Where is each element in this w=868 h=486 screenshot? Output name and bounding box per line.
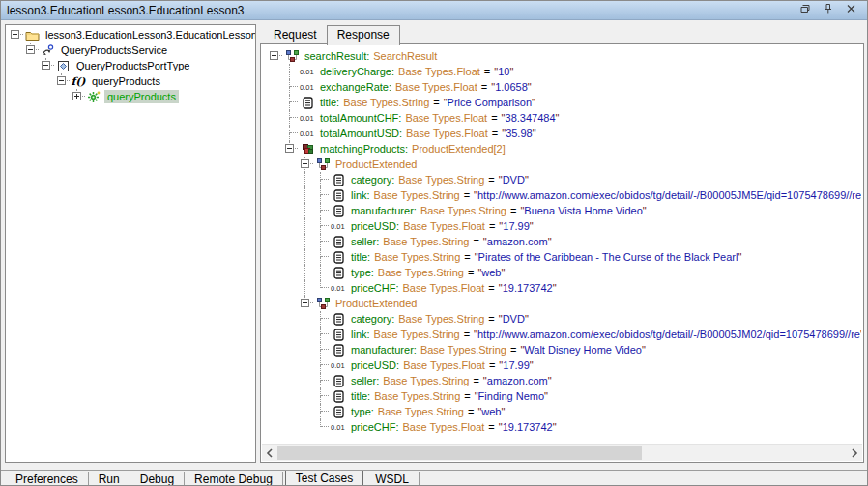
tab-request[interactable]: Request xyxy=(264,26,327,44)
tab-response[interactable]: Response xyxy=(327,25,400,45)
collapse-icon[interactable] xyxy=(42,61,50,70)
quote-mark: " xyxy=(501,406,505,417)
field-type: Base Types.String xyxy=(374,390,460,402)
string-icon xyxy=(329,251,349,264)
close-icon xyxy=(844,2,858,19)
field-type: Base Types.String xyxy=(383,375,469,386)
explorer-node-label: queryProducts xyxy=(89,74,163,88)
tree-indent-guide xyxy=(282,296,298,311)
scrollbar-thumb[interactable] xyxy=(277,446,642,460)
string-icon xyxy=(329,329,349,341)
close-button[interactable] xyxy=(844,3,858,17)
explorer-node[interactable]: QueryProductsPortType xyxy=(8,58,255,73)
field-name: link: xyxy=(351,189,370,201)
response-node[interactable]: 0.01totalAmountUSD:Base Types.Float="35.… xyxy=(267,126,861,141)
scroll-left-button[interactable] xyxy=(262,445,277,461)
response-node[interactable]: link:Base Types.String="http://www.amazo… xyxy=(267,187,861,203)
window-titlebar[interactable]: lesson3.EducationLesson3.EducationLesson… xyxy=(1,1,867,20)
collapse-icon[interactable] xyxy=(57,76,66,85)
horizontal-scrollbar[interactable] xyxy=(262,444,862,461)
tree-connector xyxy=(282,64,298,79)
response-node[interactable]: manufacturer:Base Types.String="Buena Vi… xyxy=(267,203,861,218)
string-icon xyxy=(329,174,349,186)
docked-window: lesson3.EducationLesson3.EducationLesson… xyxy=(0,0,868,486)
tree-indent-guide xyxy=(8,43,23,58)
response-node[interactable]: title:Base Types.String="Finding Nemo" xyxy=(267,388,861,404)
bottom-tab-debug[interactable]: Debug xyxy=(130,472,185,485)
response-node[interactable]: 0.01totalAmountCHF:Base Types.Float="38.… xyxy=(267,110,861,126)
tree-connector xyxy=(313,342,329,357)
quote-mark: " xyxy=(530,359,534,371)
bottom-tab-run[interactable]: Run xyxy=(89,472,130,485)
field-value: http://www.amazon.com/exec/obidos/tg/det… xyxy=(477,189,861,201)
response-node[interactable]: matchingProducts:ProductExtended[2] xyxy=(267,141,861,157)
tree-connector xyxy=(70,89,85,104)
response-node[interactable]: searchResult:SearchResult xyxy=(267,48,861,64)
bottom-tab-test-cases[interactable]: Test Cases xyxy=(285,471,363,486)
explorer-node[interactable]: QueryProductsService xyxy=(8,43,255,58)
field-value: amazon.com xyxy=(487,375,548,386)
restore-window-button[interactable] xyxy=(797,3,812,17)
quote-mark: " xyxy=(548,375,552,386)
collapse-icon[interactable] xyxy=(285,144,294,153)
field-type: SearchResult xyxy=(373,50,437,62)
response-node[interactable]: seller:Base Types.String="amazon.com" xyxy=(267,234,861,249)
request-response-tabs: RequestResponse xyxy=(264,25,400,44)
field-name: manufacturer: xyxy=(351,344,417,356)
collapse-icon[interactable] xyxy=(11,30,19,39)
tree-connector xyxy=(313,404,329,419)
response-node[interactable]: category:Base Types.String="DVD" xyxy=(267,172,861,187)
response-node[interactable]: 0.01exchangeRate:Base Types.Float="1.065… xyxy=(267,79,861,95)
field-type: ProductExtended[2] xyxy=(412,143,506,155)
tree-indent-guide xyxy=(23,58,39,73)
response-node[interactable]: manufacturer:Base Types.String="Walt Dis… xyxy=(267,342,861,357)
field-type: Base Types.Float xyxy=(403,421,485,433)
tree-connector xyxy=(313,172,329,187)
tree-connector xyxy=(23,43,39,58)
response-node[interactable]: 0.01deliveryCharge:Base Types.Float="10" xyxy=(267,64,861,79)
tree-indent-guide xyxy=(298,357,313,373)
response-node[interactable]: ProductExtended xyxy=(267,296,861,311)
response-node[interactable]: seller:Base Types.String="amazon.com" xyxy=(267,373,861,388)
response-node[interactable]: title:Base Types.String="Pirates of the … xyxy=(267,249,861,265)
response-node[interactable]: ProductExtended xyxy=(267,157,861,172)
tree-indent-guide xyxy=(298,203,313,218)
bottom-tab-preferences[interactable]: Preferences xyxy=(6,472,89,485)
tree-indent-guide xyxy=(267,327,282,342)
explorer-node[interactable]: lesson3.EducationLesson3.EducationLesson… xyxy=(8,27,255,43)
tree-connector xyxy=(313,280,329,296)
collapse-icon[interactable] xyxy=(301,159,309,168)
tree-indent-guide xyxy=(267,172,282,187)
response-node[interactable]: 0.01priceCHF:Base Types.Float="19.173742… xyxy=(267,280,861,296)
collapse-icon[interactable] xyxy=(301,299,309,307)
pin-button[interactable] xyxy=(821,3,835,17)
scroll-right-button[interactable] xyxy=(847,445,862,461)
collapse-icon[interactable] xyxy=(26,45,35,54)
explorer-node[interactable]: f()queryProducts xyxy=(8,73,255,89)
response-node[interactable]: 0.01priceUSD:Base Types.Float="17.99" xyxy=(267,218,861,234)
field-name: matchingProducts: xyxy=(320,143,408,155)
tree-indent-guide xyxy=(282,388,298,404)
equals-sign: = xyxy=(464,251,470,263)
response-node[interactable]: category:Base Types.String="DVD" xyxy=(267,311,861,327)
response-node[interactable]: type:Base Types.String="web" xyxy=(267,265,861,280)
expand-icon[interactable] xyxy=(72,92,81,100)
response-node[interactable]: title:Base Types.String="Price Compariso… xyxy=(267,95,861,110)
response-node[interactable]: 0.01priceCHF:Base Types.Float="19.173742… xyxy=(267,419,861,435)
collapse-icon[interactable] xyxy=(270,51,278,60)
response-node[interactable]: type:Base Types.String="web" xyxy=(267,404,861,419)
tree-indent-guide xyxy=(267,280,282,296)
response-node[interactable]: 0.01priceUSD:Base Types.Float="17.99" xyxy=(267,357,861,373)
bottom-tab-wsdl[interactable]: WSDL xyxy=(365,472,420,485)
tree-indent-guide xyxy=(298,419,313,435)
scrollbar-track[interactable] xyxy=(277,445,847,461)
response-node[interactable]: link:Base Types.String="http://www.amazo… xyxy=(267,327,861,342)
equals-sign: = xyxy=(491,112,497,124)
tree-connector xyxy=(313,187,329,203)
field-value: 17.99 xyxy=(503,220,530,232)
explorer-node[interactable]: queryProducts xyxy=(8,89,255,104)
tree-indent-guide xyxy=(267,79,282,95)
field-type: Base Types.String xyxy=(398,313,484,325)
field-value: 10 xyxy=(498,66,509,77)
bottom-tab-remote-debug[interactable]: Remote Debug xyxy=(185,472,283,485)
